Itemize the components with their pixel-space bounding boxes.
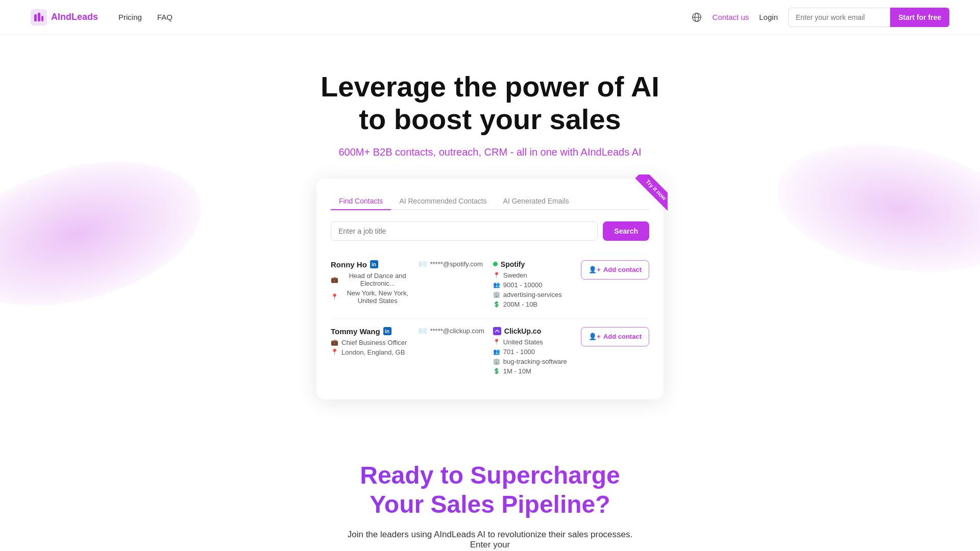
nav-pricing[interactable]: Pricing — [118, 13, 142, 21]
tab-find-contacts[interactable]: Find Contacts — [331, 193, 391, 210]
users-icon-ronny: 👥 — [493, 282, 500, 288]
company-industry-tommy: bug-tracking-software — [503, 358, 567, 365]
contact-location-tommy: London, England, GB — [341, 348, 405, 356]
svg-rect-3 — [41, 16, 43, 21]
svg-rect-2 — [38, 13, 40, 21]
add-icon-ronny: 👤+ — [589, 266, 601, 273]
globe-icon[interactable] — [691, 12, 702, 23]
mail-icon-ronny: ✉️ — [419, 260, 427, 268]
bottom-section: Ready to Supercharge Your Sales Pipeline… — [0, 420, 980, 551]
green-dot-ronny — [493, 262, 498, 266]
clickup-logo-tommy — [493, 327, 501, 335]
nav-faq[interactable]: FAQ — [157, 13, 173, 21]
start-free-button[interactable]: Start for free — [890, 8, 949, 27]
search-row: Search — [331, 221, 649, 241]
building-icon-ronny: 🏢 — [493, 291, 500, 298]
linkedin-icon-ronny[interactable]: in — [370, 260, 378, 268]
company-location-ronny: Sweden — [503, 271, 527, 279]
briefcase-icon-ronny: 💼 — [331, 276, 338, 283]
demo-card-wrapper: Try it now Find Contacts AI Recommended … — [10, 179, 970, 399]
dollar-icon-tommy: 💲 — [493, 368, 500, 374]
add-icon-tommy: 👤+ — [589, 333, 601, 340]
bottom-subtext: Join the leaders using AIndLeads AI to r… — [337, 530, 643, 550]
mail-icon-tommy: ✉️ — [419, 327, 427, 335]
add-contact-button-ronny[interactable]: 👤+ Add contact — [581, 260, 649, 280]
job-title-input[interactable] — [331, 221, 598, 241]
briefcase-icon-tommy: 💼 — [331, 339, 338, 346]
pin-icon-ronny: 📍 — [331, 293, 338, 300]
svg-rect-1 — [34, 14, 37, 21]
contact-info-ronny: Ronny Ho in 💼 Head of Dance and Electron… — [331, 260, 413, 307]
pin-icon-company-tommy: 📍 — [493, 339, 500, 345]
building-icon-tommy: 🏢 — [493, 358, 500, 365]
contact-title-tommy: Chief Business Officer — [341, 339, 407, 346]
linkedin-icon-tommy[interactable]: in — [383, 327, 391, 335]
company-employees-tommy: 701 - 1000 — [503, 348, 535, 356]
table-row: Tommy Wang in 💼 Chief Business Officer 📍 — [331, 319, 649, 385]
hero-section: Leverage the power of AI to boost your s… — [0, 35, 980, 420]
demo-tabs: Find Contacts AI Recommended Contacts AI… — [331, 193, 649, 210]
nav-links: Pricing FAQ — [118, 13, 173, 21]
contact-name-tommy: Tommy Wang — [331, 327, 380, 336]
company-industry-ronny: advertising-services — [503, 291, 562, 298]
logo-text: AIndLeads — [51, 12, 98, 22]
email-col-ronny: ✉️ *****@spotify.com — [419, 260, 487, 268]
bottom-title: Ready to Supercharge Your Sales Pipeline… — [10, 461, 970, 519]
company-revenue-ronny: 200M - 10B — [503, 300, 537, 308]
email-ronny: *****@spotify.com — [430, 260, 482, 268]
company-name-ronny: Spotify — [501, 260, 525, 268]
tab-ai-emails[interactable]: AI Generated Emails — [495, 193, 577, 210]
add-contact-button-tommy[interactable]: 👤+ Add contact — [581, 327, 649, 346]
logo[interactable]: AIndLeads — [31, 9, 98, 26]
hero-headline: Leverage the power of AI to boost your s… — [311, 70, 669, 136]
company-employees-ronny: 9001 - 10000 — [503, 281, 543, 289]
contact-link[interactable]: Contact us — [713, 13, 749, 21]
company-col-tommy: ClickUp.co 📍 United States 👥 701 - 1000 … — [493, 327, 576, 377]
search-button[interactable]: Search — [603, 221, 649, 241]
contact-name-ronny: Ronny Ho — [331, 260, 367, 269]
svg-text:in: in — [385, 329, 389, 334]
pin-icon-tommy: 📍 — [331, 348, 338, 356]
svg-text:in: in — [372, 262, 376, 267]
table-row: Ronny Ho in 💼 Head of Dance and Electron… — [331, 252, 649, 319]
dollar-icon-ronny: 💲 — [493, 301, 500, 308]
pin-icon-company-ronny: 📍 — [493, 272, 500, 279]
login-link[interactable]: Login — [759, 13, 778, 21]
demo-card: Try it now Find Contacts AI Recommended … — [316, 179, 664, 399]
users-icon-tommy: 👥 — [493, 348, 500, 355]
nav-email-input[interactable] — [788, 8, 890, 27]
company-col-ronny: Spotify 📍 Sweden 👥 9001 - 10000 🏢 a — [493, 260, 576, 310]
company-location-tommy: United States — [503, 338, 543, 346]
nav-email-group: Start for free — [788, 8, 949, 27]
company-revenue-tommy: 1M - 10M — [503, 367, 531, 375]
contact-info-tommy: Tommy Wang in 💼 Chief Business Officer 📍 — [331, 327, 413, 358]
nav-right: Contact us Login Start for free — [691, 8, 949, 27]
navbar: AIndLeads Pricing FAQ Contact us Login S… — [0, 0, 980, 35]
tab-ai-recommended[interactable]: AI Recommended Contacts — [391, 193, 495, 210]
try-ribbon: Try it now — [622, 174, 668, 220]
email-tommy: *****@clickup.com — [430, 327, 484, 335]
email-col-tommy: ✉️ *****@clickup.com — [419, 327, 487, 335]
contact-location-ronny: New York, New York, United States — [341, 289, 413, 305]
hero-subtext: 600M+ B2B contacts, outreach, CRM - all … — [10, 146, 970, 158]
contact-title-ronny: Head of Dance and Electronic... — [341, 272, 413, 287]
company-name-tommy: ClickUp.co — [504, 327, 541, 335]
